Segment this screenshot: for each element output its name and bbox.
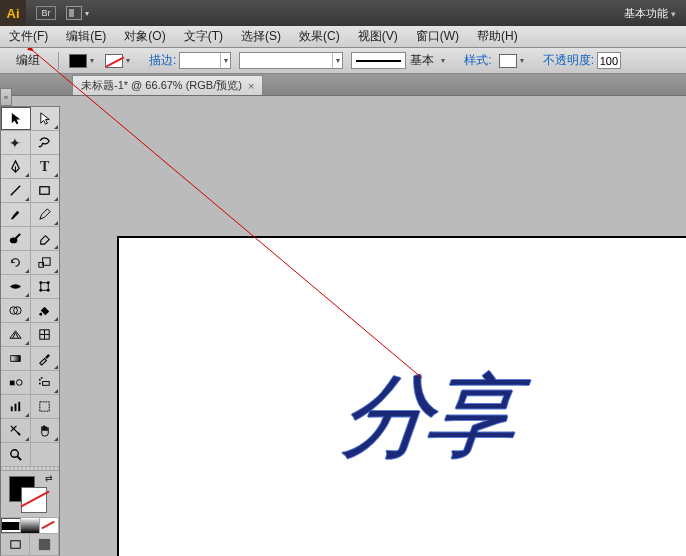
rotate-tool[interactable] [1,251,31,274]
svg-rect-24 [14,404,16,412]
app-logo-icon: Ai [0,0,26,26]
eraser-tool[interactable] [31,227,60,250]
menu-edit[interactable]: 编辑(E) [57,26,115,47]
type-tool[interactable]: T [31,155,60,178]
rectangle-tool[interactable] [31,179,60,202]
fill-stroke-control[interactable]: ⇄ [1,471,59,517]
magic-wand-tool[interactable]: ✦ [1,131,31,154]
line-tool[interactable] [1,179,31,202]
svg-rect-25 [18,402,20,411]
free-transform-tool[interactable] [31,275,60,298]
mesh-tool[interactable] [31,323,60,346]
opacity-input[interactable] [597,52,621,69]
svg-point-20 [39,379,41,381]
eyedropper-tool[interactable] [31,347,60,370]
svg-point-7 [47,281,50,284]
svg-rect-17 [10,381,15,386]
menu-type[interactable]: 文字(T) [175,26,232,47]
svg-rect-23 [11,407,13,412]
pencil-tool[interactable] [31,203,60,226]
zoom-tool[interactable] [1,443,31,466]
artboard-tool[interactable] [31,395,60,418]
color-mode-gradient[interactable] [21,518,40,533]
selection-type-label: 编组 [4,52,52,69]
workspace-switcher[interactable]: 基本功能 [614,6,686,21]
menu-window[interactable]: 窗口(W) [407,26,468,47]
gradient-tool[interactable] [1,347,31,370]
svg-line-0 [11,186,20,195]
svg-rect-5 [41,283,49,291]
panel-collapse-icon[interactable]: « [0,88,12,106]
document-tab[interactable]: 未标题-1* @ 66.67% (RGB/预览) × [72,75,263,95]
column-graph-tool[interactable] [1,395,31,418]
stroke-label: 描边: [149,52,176,69]
perspective-grid-tool[interactable] [1,323,31,346]
document-tab-title: 未标题-1* @ 66.67% (RGB/预览) [81,78,242,93]
lasso-tool[interactable] [31,131,60,154]
menu-help[interactable]: 帮助(H) [468,26,527,47]
symbol-sprayer-tool[interactable] [31,371,60,394]
menu-effect[interactable]: 效果(C) [290,26,349,47]
svg-rect-30 [38,539,49,550]
slice-tool[interactable] [1,419,31,442]
svg-rect-29 [10,541,19,549]
stroke-color-box[interactable] [21,487,47,513]
svg-point-27 [11,450,19,458]
svg-rect-16 [11,356,20,362]
svg-line-28 [17,456,21,460]
color-mode-row [1,517,59,533]
color-mode-none[interactable] [40,518,59,533]
color-mode-solid[interactable] [1,518,21,533]
document-tab-strip: 未标题-1* @ 66.67% (RGB/预览) × [0,74,686,96]
pen-tool[interactable] [1,155,31,178]
direct-selection-tool[interactable] [31,107,59,130]
selection-tool[interactable] [1,107,31,130]
blend-tool[interactable] [1,371,31,394]
control-bar: 编组 ▾ ▾ 描边: ▾ ▾ 基本▾ 样式: ▾ 不透明度: [0,48,686,74]
opacity-label: 不透明度: [543,52,594,69]
svg-point-9 [47,289,50,292]
app-titlebar: Ai Br ▾ 基本功能 [0,0,686,26]
hand-tool[interactable] [31,419,60,442]
arrange-documents-dropdown[interactable]: ▾ [85,9,89,18]
tool-empty [31,443,60,466]
stroke-swatch[interactable]: ▾ [105,54,133,68]
graphic-style-swatch[interactable]: ▾ [499,54,527,68]
scale-tool[interactable] [31,251,60,274]
live-paint-tool[interactable] [31,299,60,322]
close-icon[interactable]: × [248,80,254,92]
screen-mode-normal[interactable] [1,534,30,555]
tools-panel: ✦ T [0,106,60,556]
menu-view[interactable]: 视图(V) [349,26,407,47]
screen-mode-full[interactable] [30,534,59,555]
variable-width-profile[interactable]: ▾ [239,52,343,69]
blob-brush-tool[interactable] [1,227,31,250]
swap-fill-stroke-icon[interactable]: ⇄ [45,473,53,483]
svg-rect-1 [40,187,49,195]
paintbrush-tool[interactable] [1,203,31,226]
width-tool[interactable] [1,275,31,298]
stroke-weight-input[interactable]: ▾ [179,52,231,69]
menu-select[interactable]: 选择(S) [232,26,290,47]
fill-swatch[interactable]: ▾ [69,54,97,68]
canvas-area[interactable]: 分享 [62,96,686,556]
menu-object[interactable]: 对象(O) [115,26,174,47]
svg-point-8 [40,289,43,292]
svg-rect-19 [43,382,50,386]
bridge-icon[interactable]: Br [36,6,56,20]
shape-builder-tool[interactable] [1,299,31,322]
svg-point-21 [41,377,43,379]
arrange-documents-icon[interactable] [66,6,82,20]
svg-rect-26 [40,402,49,411]
brush-definition[interactable]: 基本▾ [351,52,448,69]
menu-file[interactable]: 文件(F) [0,26,57,47]
svg-point-12 [40,313,43,316]
menu-bar: 文件(F) 编辑(E) 对象(O) 文字(T) 选择(S) 效果(C) 视图(V… [0,26,686,48]
artwork-text[interactable]: 分享 [336,356,517,478]
svg-point-18 [16,380,22,386]
svg-point-6 [40,281,43,284]
style-label: 样式: [464,52,491,69]
svg-point-22 [39,383,41,385]
